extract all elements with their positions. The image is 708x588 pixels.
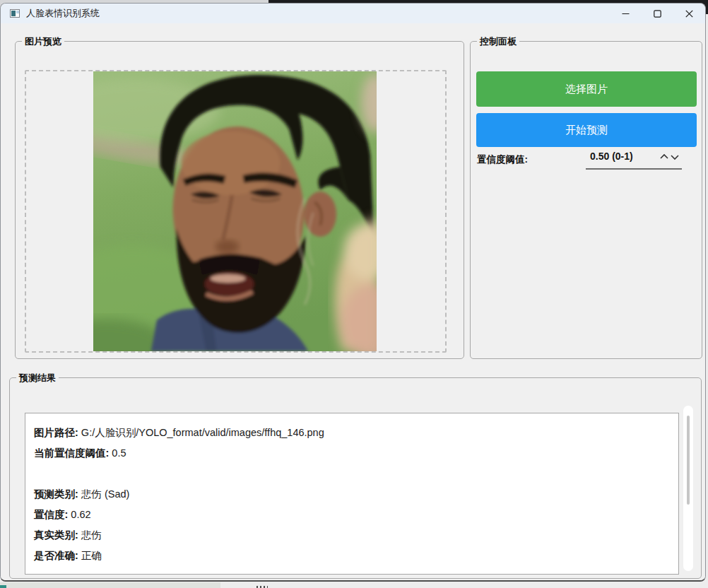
scrollbar-thumb[interactable] bbox=[687, 416, 690, 505]
panel-results-title: 预测结果 bbox=[16, 372, 59, 384]
close-icon bbox=[685, 10, 693, 18]
background-window-bottom bbox=[0, 582, 220, 588]
panel-image-preview: 图片预览 bbox=[15, 41, 464, 359]
threshold-spinbox[interactable]: 0.50 (0-1) bbox=[586, 146, 682, 170]
result-row-blank bbox=[34, 464, 668, 484]
result-row-true-class: 真实类别: 悲伤 bbox=[34, 525, 668, 546]
spinbox-arrows[interactable] bbox=[659, 153, 680, 161]
preview-photo bbox=[93, 71, 377, 351]
result-row-image-path: 图片路径: G:/人脸识别/YOLO_format/valid/images/f… bbox=[34, 423, 668, 443]
taskbar-sliver-icon bbox=[0, 585, 6, 588]
result-row-accuracy: 是否准确: 正确 bbox=[34, 546, 668, 566]
titlebar[interactable]: 人脸表情识别系统 bbox=[1, 4, 705, 23]
man-portrait-illustration bbox=[93, 71, 377, 351]
threshold-value[interactable]: 0.50 (0-1) bbox=[590, 151, 633, 162]
maximize-button[interactable] bbox=[642, 4, 673, 23]
image-drop-area bbox=[25, 70, 447, 353]
app-icon bbox=[10, 9, 20, 18]
panel-image-preview-title: 图片预览 bbox=[22, 35, 64, 47]
result-row-confidence: 置信度: 0.62 bbox=[34, 505, 668, 525]
start-predict-button[interactable]: 开始预测 bbox=[476, 113, 697, 147]
select-image-button[interactable]: 选择图片 bbox=[476, 71, 697, 107]
minimize-button[interactable] bbox=[610, 4, 642, 23]
window-title: 人脸表情识别系统 bbox=[26, 4, 100, 23]
minimize-icon bbox=[622, 10, 630, 18]
chevron-down-icon[interactable] bbox=[671, 155, 678, 159]
maximize-icon bbox=[654, 10, 661, 18]
result-row-predicted-class: 预测类别: 悲伤 (Sad) bbox=[34, 484, 668, 505]
panel-control: 控制面板 选择图片 开始预测 置信度阈值: 0.50 (0-1) bbox=[470, 41, 702, 359]
app-window: 人脸表情识别系统 图片预览 bbox=[0, 3, 706, 582]
threshold-label: 置信度阈值: bbox=[477, 153, 528, 166]
panel-results: 预测结果 图片路径: G:/人脸识别/YOLO_format/valid/ima… bbox=[9, 377, 702, 579]
results-text-area[interactable]: 图片路径: G:/人脸识别/YOLO_format/valid/images/f… bbox=[25, 413, 679, 575]
close-button[interactable] bbox=[673, 4, 705, 23]
results-vertical-scrollbar[interactable] bbox=[683, 406, 693, 571]
panel-control-title: 控制面板 bbox=[477, 35, 519, 47]
result-row-threshold: 当前置信度阈值: 0.5 bbox=[34, 443, 668, 464]
chevron-up-icon[interactable] bbox=[661, 155, 668, 158]
window-content: 图片预览 bbox=[1, 23, 705, 580]
